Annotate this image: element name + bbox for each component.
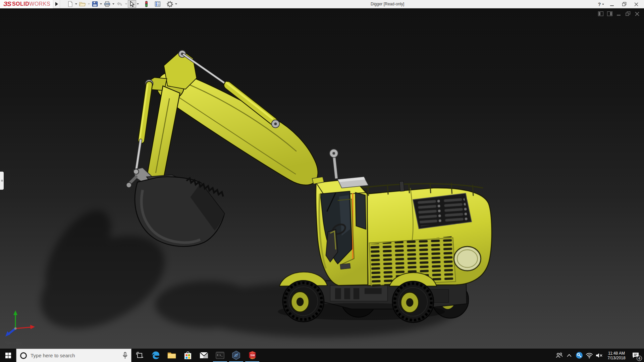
- sw-icon-year: 2017: [250, 357, 255, 359]
- people-button[interactable]: [554, 349, 564, 362]
- volume-button[interactable]: [594, 349, 604, 362]
- clock-date: 7/13/2018: [604, 356, 629, 360]
- file-explorer-icon: [167, 352, 176, 359]
- model-boom[interactable]: [126, 50, 318, 190]
- volume-muted-icon: [596, 353, 603, 358]
- file-properties-icon: [155, 1, 161, 7]
- search-placeholder: Type here to search: [31, 353, 119, 358]
- tab-grip-dot: [1, 180, 3, 182]
- rebuild-traffic-light-icon: [144, 1, 149, 7]
- help-button[interactable]: ?: [597, 1, 605, 8]
- title-bar: ЗS SOLID WORKS: [0, 0, 644, 8]
- help-dropdown-icon: [602, 4, 604, 5]
- blue-sphere-key-icon: [576, 352, 583, 359]
- model-cab[interactable]: [312, 177, 369, 286]
- system-tray: 11:48 AM 7/13/2018 4: [554, 349, 644, 362]
- tray-app-button[interactable]: [574, 349, 584, 362]
- taskbar-item-mail[interactable]: [196, 349, 212, 362]
- minimize-icon: [610, 2, 614, 6]
- pane-right-icon: [607, 11, 612, 16]
- graphics-viewport[interactable]: *Dimetric: [0, 8, 644, 349]
- feature-manager-collapsed-tab[interactable]: [0, 172, 4, 190]
- brand-solid-text: SOLID: [12, 1, 29, 7]
- new-document-icon: [67, 1, 73, 7]
- save-button[interactable]: [91, 0, 99, 8]
- wifi-icon: [586, 353, 593, 358]
- select-tool-button[interactable]: [128, 0, 136, 8]
- taskbar-item-solidworks-2017[interactable]: SW 2017: [244, 349, 260, 362]
- document-title: Digger [Read-only]: [371, 0, 404, 8]
- taskbar-item-file-explorer[interactable]: [164, 349, 180, 362]
- open-button[interactable]: [78, 0, 87, 8]
- doc-minimize-button[interactable]: [616, 11, 622, 16]
- wifi-button[interactable]: [584, 349, 594, 362]
- ds-logo-glyph: ЗS: [3, 0, 11, 8]
- options-button[interactable]: [165, 0, 174, 8]
- model-bucket[interactable]: [135, 175, 224, 247]
- open-dropdown[interactable]: [87, 0, 91, 8]
- open-folder-icon: [79, 1, 86, 7]
- cmd-prompt-text: C:\_: [217, 354, 223, 357]
- cortana-icon: [20, 352, 27, 359]
- options-gear-icon: [167, 1, 173, 7]
- quick-access-toolbar: [66, 0, 178, 8]
- taskbar-item-edrawings[interactable]: [228, 349, 244, 362]
- restore-button[interactable]: [619, 1, 629, 8]
- taskbar-item-microsoft-edge[interactable]: [148, 349, 164, 362]
- minimize-button[interactable]: [607, 1, 617, 8]
- pane-left-icon: [598, 11, 603, 16]
- people-icon: [555, 352, 563, 358]
- doc-restore-button[interactable]: [625, 11, 631, 16]
- save-dropdown[interactable]: [99, 0, 103, 8]
- taskbar-item-command-prompt[interactable]: C:\_: [212, 349, 228, 362]
- select-dropdown[interactable]: [136, 0, 140, 8]
- undo-arrow-icon: [116, 1, 123, 7]
- rebuild-button[interactable]: [143, 0, 150, 8]
- clock-time: 11:48 AM: [604, 351, 629, 356]
- print-icon: [104, 1, 110, 7]
- doc-restore-icon: [626, 11, 631, 16]
- new-document-button[interactable]: [66, 0, 74, 8]
- microphone-icon[interactable]: [122, 352, 128, 359]
- reference-triad[interactable]: [3, 308, 40, 338]
- taskbar-clock[interactable]: 11:48 AM 7/13/2018: [604, 351, 629, 360]
- taskbar-item-task-view[interactable]: [131, 349, 148, 362]
- edge-icon: [151, 351, 160, 360]
- restore-icon: [622, 2, 627, 6]
- close-button[interactable]: [631, 1, 641, 8]
- play-triangle-icon: [55, 2, 58, 6]
- options-dropdown[interactable]: [174, 0, 178, 8]
- undo-button[interactable]: [115, 0, 124, 8]
- command-prompt-icon: C:\_: [216, 351, 224, 359]
- show-hidden-icons-button[interactable]: [564, 349, 574, 362]
- start-button[interactable]: [0, 349, 16, 362]
- new-dropdown[interactable]: [74, 0, 78, 8]
- print-button[interactable]: [103, 0, 112, 8]
- window-controls: ?: [597, 0, 641, 8]
- taskbar-search-input[interactable]: Type here to search: [16, 349, 131, 362]
- print-dropdown[interactable]: [112, 0, 115, 8]
- view-orientation-label: *Dimetric: [5, 340, 22, 345]
- help-label: ?: [598, 2, 601, 7]
- doc-close-button[interactable]: [634, 11, 640, 16]
- taskbar-item-microsoft-store[interactable]: [180, 349, 196, 362]
- save-floppy-icon: [92, 1, 98, 7]
- sw-icon-label: SW: [250, 354, 255, 357]
- excavator-model[interactable]: [0, 8, 644, 349]
- notification-badge: 4: [637, 356, 642, 361]
- action-center-button[interactable]: 4: [629, 349, 643, 362]
- solidworks-2017-icon: SW 2017: [248, 351, 257, 360]
- menu-flyout-arrow[interactable]: [53, 0, 60, 8]
- undo-dropdown[interactable]: [124, 0, 128, 8]
- close-icon: [634, 2, 638, 6]
- brand-works-text: WORKS: [29, 1, 50, 7]
- show-feature-pane-button[interactable]: [598, 11, 604, 16]
- file-properties-button[interactable]: [153, 0, 162, 8]
- solidworks-window: ЗS SOLID WORKS: [0, 0, 644, 362]
- doc-close-icon: [635, 12, 639, 16]
- edrawings-hexagon-icon: [232, 351, 240, 360]
- windows-taskbar: Type here to search: [0, 349, 644, 362]
- chevron-up-icon: [567, 354, 572, 357]
- task-view-icon: [136, 352, 143, 359]
- show-display-pane-button[interactable]: [607, 11, 613, 16]
